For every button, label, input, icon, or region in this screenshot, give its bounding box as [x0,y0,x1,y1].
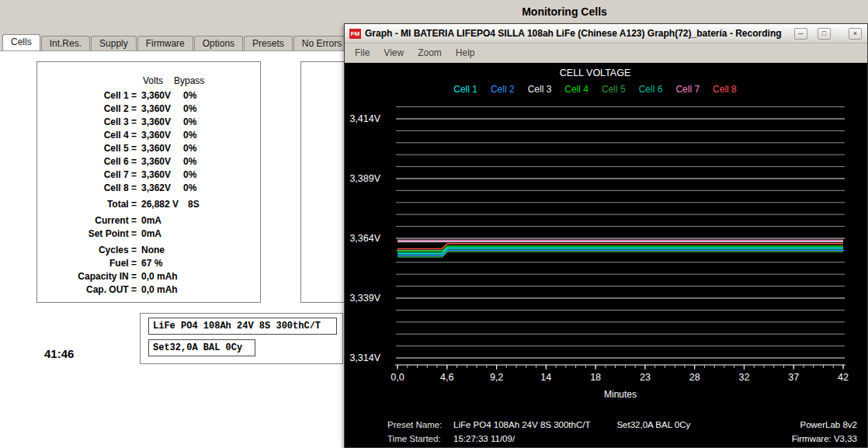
tab-firmware[interactable]: Firmware [137,36,193,50]
cell-row: Cell 8 = 3,362V 0% [37,182,260,195]
menu-zoom[interactable]: Zoom [411,45,449,61]
svg-text:Minutes: Minutes [604,389,637,400]
preset-name-value: LiFe PO4 108Ah 24V 8S 300thC/T [453,420,590,429]
tab-options[interactable]: Options [194,36,243,50]
cell-label: Cell 3 = [37,116,137,129]
tab-cells[interactable]: Cells [2,34,40,50]
preset-panel: LiFe PO4 108Ah 24V 8S 300thC/T Set32,0A … [140,313,343,364]
chart-legend: Cell 1Cell 2Cell 3Cell 4Cell 5Cell 6Cell… [345,84,845,95]
maximize-button[interactable]: □ [818,28,831,40]
time-started-label: Time Started: [387,434,453,443]
screen: Monitoring Cells Cells Int.Res. Supply F… [0,0,868,448]
current-value: 0mA [141,214,161,227]
cell-label: Cell 2 = [37,102,137,116]
fuel-value: 67 % [141,257,162,270]
cell-bypass: 0% [183,182,196,195]
cell-row: Cell 4 = 3,360V 0% [37,129,260,142]
time-started-value: 15:27:33 11/09/ [453,434,515,443]
legend-cell-6: Cell 6 [639,84,663,95]
cell-row: Cell 2 = 3,360V 0% [37,102,260,116]
legend-cell-1: Cell 1 [453,84,477,95]
cell-bypass: 0% [183,116,196,129]
cell-volts: 3,360V [141,168,182,182]
device-name: PowerLab 8v2 [800,420,857,429]
svg-text:3,389V: 3,389V [349,173,380,184]
capacity-out-row: Cap. OUT = 0,0 mAh [37,283,260,297]
svg-text:9,2: 9,2 [490,372,503,383]
cell-label: Cell 5 = [37,142,137,155]
legend-cell-5: Cell 5 [602,84,626,95]
preset-settings-value: Set32,0A BAL 0Cy [616,420,690,429]
svg-text:0,0: 0,0 [391,372,404,383]
cell-volts: 3,360V [141,102,182,116]
cell-label: Cell 4 = [37,129,137,142]
chart-area: CELL VOLTAGE Cell 1Cell 2Cell 3Cell 4Cel… [345,63,867,447]
capacity-in-label: Capacity IN = [37,270,137,283]
legend-cell-7: Cell 7 [675,84,700,95]
elapsed-timer: 41:46 [44,347,74,360]
window-controls: ─ □ × [794,28,862,40]
svg-text:37: 37 [788,372,799,383]
legend-cell-2: Cell 2 [491,84,515,95]
svg-text:3,339V: 3,339V [349,293,380,304]
cell-row: Cell 3 = 3,360V 0% [37,116,260,129]
capacity-in-value: 0,0 mAh [141,270,178,283]
cell-bypass: 0% [183,142,196,155]
legend-cell-4: Cell 4 [564,84,589,95]
capacity-out-value: 0,0 mAh [141,283,178,297]
footer-time-row: Time Started: 15:27:33 11/09/ Firmware: … [387,434,857,443]
cell-row: Cell 7 = 3,360V 0% [37,168,260,182]
chart-title: CELL VOLTAGE [345,68,845,78]
total-value: 26,882 V [141,198,188,211]
preset-name-box: LiFe PO4 108Ah 24V 8S 300thC/T [148,318,337,335]
total-extra: 8S [188,198,200,211]
cell-bypass: 0% [183,129,196,142]
series-cell-2 [398,250,843,255]
cycles-row: Cycles = None [37,244,260,257]
tab-supply[interactable]: Supply [91,36,137,50]
menu-help[interactable]: Help [449,45,482,61]
cell-volts: 3,360V [141,89,182,102]
cycles-value: None [141,244,165,257]
cell-volts: 3,360V [141,116,182,129]
svg-text:4,6: 4,6 [440,372,453,383]
svg-text:3,314V: 3,314V [349,352,380,363]
column-headers: Volts Bypass [37,75,260,88]
capacity-in-row: Capacity IN = 0,0 mAh [37,270,260,283]
firmware-version: Firmware: V3,33 [792,434,857,443]
footer-preset-row: Preset Name: LiFe PO4 108Ah 24V 8S 300th… [387,420,857,429]
preset-name-label: Preset Name: [387,420,453,429]
close-button[interactable]: × [849,28,862,40]
cell-volts: 3,360V [141,155,182,168]
capacity-out-label: Cap. OUT = [37,283,137,297]
tab-int-res[interactable]: Int.Res. [41,36,90,50]
cell-label: Cell 7 = [37,168,137,182]
tab-presets[interactable]: Presets [244,36,293,50]
bypass-column-header: Bypass [174,75,204,88]
tab-bar: Cells Int.Res. Supply Firmware Options P… [2,34,351,50]
cell-row: Cell 1 = 3,360V 0% [37,89,260,102]
app-icon: FM [349,29,361,39]
cell-bypass: 0% [183,89,196,102]
preset-settings-box: Set32,0A BAL 0Cy [148,339,255,356]
tab-no-errors[interactable]: No Errors [293,36,350,50]
cell-row: Cell 5 = 3,360V 0% [37,142,260,155]
svg-text:3,364V: 3,364V [349,233,380,244]
menu-view[interactable]: View [377,45,411,61]
cells-groupbox: Volts Bypass Cell 1 = 3,360V 0% Cell 2 =… [36,61,261,303]
total-label: Total = [37,198,137,211]
graph-window-titlebar[interactable]: FM Graph - MI BATERIA LIFEPO4 SILLA 108a… [345,24,867,43]
setpoint-row: Set Point = 0mA [37,227,260,241]
fuel-label: Fuel = [37,257,137,270]
cell-bypass: 0% [183,168,196,182]
cycles-label: Cycles = [37,244,137,257]
cell-bypass: 0% [183,102,196,116]
minimize-button[interactable]: ─ [794,28,807,40]
setpoint-value: 0mA [141,227,161,241]
cell-volts: 3,360V [141,129,182,142]
svg-text:23: 23 [640,372,651,383]
graph-window-title: Graph - MI BATERIA LIFEPO4 SILLA 108ah L… [365,28,788,39]
svg-text:14: 14 [540,372,551,383]
menu-file[interactable]: File [348,45,377,61]
cell-row: Cell 6 = 3,360V 0% [37,155,260,168]
